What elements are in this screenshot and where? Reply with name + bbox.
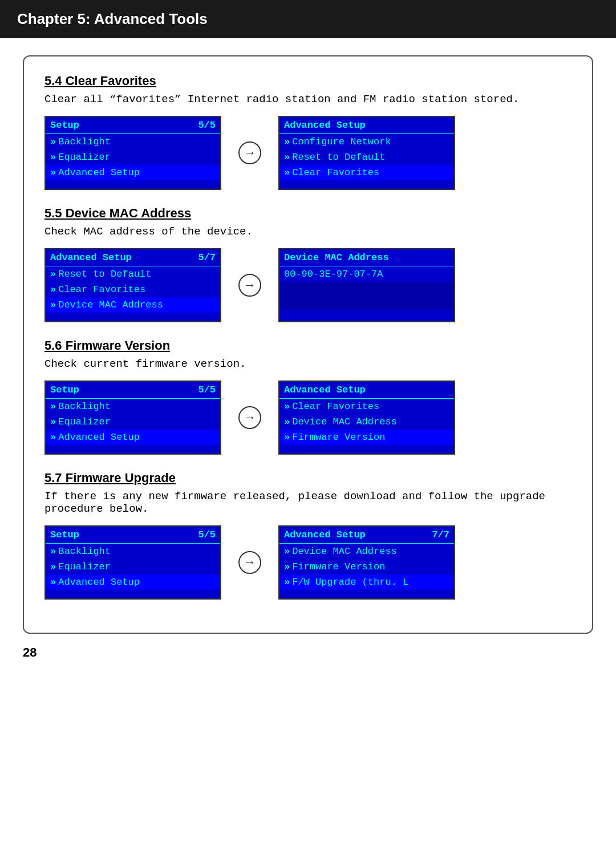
right-item-3-selected: »Firmware Version <box>279 430 454 445</box>
left-header-page: 5/5 <box>198 120 216 131</box>
right-screen-header-5-5: Device MAC Address <box>279 249 454 266</box>
arrow-indicator-5-6: → <box>238 406 261 429</box>
right-item-2: »Device MAC Address <box>279 414 454 430</box>
screen-row-5-7: Setup 5/5 »Backlight »Equalizer »Advance… <box>44 525 572 600</box>
double-arrow-icon: » <box>284 152 290 163</box>
left-header-label: Setup <box>50 120 79 131</box>
right-item-2: »Firmware Version <box>279 559 454 574</box>
arrow-indicator-5-4: → <box>238 141 261 164</box>
section-5-7: 5.7 Firmware Upgrade If there is any new… <box>44 471 572 600</box>
double-arrow-icon: » <box>50 299 56 310</box>
double-arrow-icon: » <box>50 284 56 295</box>
right-item-1: »Device MAC Address <box>279 544 454 559</box>
double-arrow-icon: » <box>284 416 290 427</box>
left-screen-header-5-7: Setup 5/5 <box>46 527 220 544</box>
double-arrow-icon: » <box>284 577 290 588</box>
right-item-1: »Configure Network <box>279 134 454 149</box>
double-arrow-icon: » <box>50 136 56 147</box>
screen-row-5-4: Setup 5/5 »Backlight »Equalizer »Advance… <box>44 116 572 190</box>
left-item-3-selected: »Advanced Setup <box>46 430 220 445</box>
right-item-3-selected: »Clear Favorites <box>279 165 454 180</box>
right-screen-5-6: Advanced Setup »Clear Favorites »Device … <box>278 380 455 455</box>
right-screen-header-5-4: Advanced Setup <box>279 117 454 134</box>
right-screen-5-4: Advanced Setup »Configure Network »Reset… <box>278 116 455 190</box>
right-item-1: »Clear Favorites <box>279 399 454 414</box>
left-item-3-selected: »Device MAC Address <box>46 297 220 313</box>
section-5-4: 5.4 Clear Favorites Clear all “favorites… <box>44 74 572 190</box>
double-arrow-icon: » <box>50 401 56 412</box>
screen-row-5-5: Advanced Setup 5/7 »Reset to Default »Cl… <box>44 248 572 322</box>
left-screen-header-5-5: Advanced Setup 5/7 <box>46 249 220 266</box>
double-arrow-icon: » <box>284 432 290 443</box>
left-screen-header-5-4: Setup 5/5 <box>46 117 220 134</box>
right-header-label: Advanced Setup <box>284 384 366 395</box>
left-item-1: »Backlight <box>46 134 220 149</box>
content-box: 5.4 Clear Favorites Clear all “favorites… <box>23 55 593 634</box>
left-screen-5-7: Setup 5/5 »Backlight »Equalizer »Advance… <box>44 525 221 600</box>
double-arrow-icon: » <box>284 136 290 147</box>
left-header-page: 5/5 <box>198 529 216 540</box>
main-content: 5.4 Clear Favorites Clear all “favorites… <box>0 38 616 677</box>
mac-screen-empty <box>279 282 454 310</box>
left-item-3-selected: »Advanced Setup <box>46 165 220 180</box>
left-item-2: »Equalizer <box>46 149 220 165</box>
arrow-indicator-5-7: → <box>238 551 261 574</box>
section-5-7-title: 5.7 Firmware Upgrade <box>44 471 572 485</box>
double-arrow-icon: » <box>284 561 290 572</box>
section-5-4-title: 5.4 Clear Favorites <box>44 74 572 88</box>
right-item-3-selected: »F/W Upgrade (thru. L <box>279 574 454 590</box>
left-item-1: »Reset to Default <box>46 266 220 282</box>
mac-address-value: 00-90-3E-97-07-7A <box>279 266 454 282</box>
section-5-4-desc: Clear all “favorites” Internet radio sta… <box>44 93 572 106</box>
left-item-1: »Backlight <box>46 544 220 559</box>
left-item-2: »Equalizer <box>46 414 220 430</box>
double-arrow-icon: » <box>50 416 56 427</box>
right-header-page: 7/7 <box>432 529 449 540</box>
right-screen-5-5: Device MAC Address 00-90-3E-97-07-7A <box>278 248 455 322</box>
left-header-page: 5/7 <box>198 252 216 263</box>
left-header-label: Advanced Setup <box>50 252 132 263</box>
section-5-5: 5.5 Device MAC Address Check MAC address… <box>44 206 572 322</box>
double-arrow-icon: » <box>50 577 56 588</box>
double-arrow-icon: » <box>50 546 56 557</box>
left-item-2: »Clear Favorites <box>46 282 220 297</box>
double-arrow-icon: » <box>50 432 56 443</box>
double-arrow-icon: » <box>50 152 56 163</box>
right-screen-5-7: Advanced Setup 7/7 »Device MAC Address »… <box>278 525 455 600</box>
double-arrow-icon: » <box>50 561 56 572</box>
double-arrow-icon: » <box>284 167 290 178</box>
left-screen-header-5-6: Setup 5/5 <box>46 382 220 399</box>
section-5-6-title: 5.6 Firmware Version <box>44 338 572 353</box>
left-item-2: »Equalizer <box>46 559 220 574</box>
right-item-2: »Reset to Default <box>279 149 454 165</box>
section-5-6-desc: Check current firmware version. <box>44 358 572 370</box>
left-item-1: »Backlight <box>46 399 220 414</box>
double-arrow-icon: » <box>50 269 56 280</box>
left-header-label: Setup <box>50 384 79 395</box>
page-number: 28 <box>23 645 593 660</box>
double-arrow-icon: » <box>284 401 290 412</box>
arrow-indicator-5-5: → <box>238 274 261 297</box>
right-screen-header-5-6: Advanced Setup <box>279 382 454 399</box>
right-header-label: Advanced Setup <box>284 529 366 540</box>
right-screen-header-5-7: Advanced Setup 7/7 <box>279 527 454 544</box>
left-header-page: 5/5 <box>198 384 216 395</box>
double-arrow-icon: » <box>284 546 290 557</box>
chapter-header: Chapter 5: Advanced Tools <box>0 0 616 38</box>
left-item-3-selected: »Advanced Setup <box>46 574 220 590</box>
section-5-7-desc: If there is any new firmware released, p… <box>44 490 572 515</box>
section-5-6: 5.6 Firmware Version Check current firmw… <box>44 338 572 455</box>
left-screen-5-6: Setup 5/5 »Backlight »Equalizer »Advance… <box>44 380 221 455</box>
double-arrow-icon: » <box>50 167 56 178</box>
right-header-label: Advanced Setup <box>284 120 366 131</box>
section-5-5-title: 5.5 Device MAC Address <box>44 206 572 221</box>
section-5-5-desc: Check MAC address of the device. <box>44 225 572 238</box>
left-screen-5-4: Setup 5/5 »Backlight »Equalizer »Advance… <box>44 116 221 190</box>
right-header-label: Device MAC Address <box>284 252 389 263</box>
left-header-label: Setup <box>50 529 79 540</box>
screen-row-5-6: Setup 5/5 »Backlight »Equalizer »Advance… <box>44 380 572 455</box>
header-title: Chapter 5: Advanced Tools <box>17 10 208 27</box>
left-screen-5-5: Advanced Setup 5/7 »Reset to Default »Cl… <box>44 248 221 322</box>
